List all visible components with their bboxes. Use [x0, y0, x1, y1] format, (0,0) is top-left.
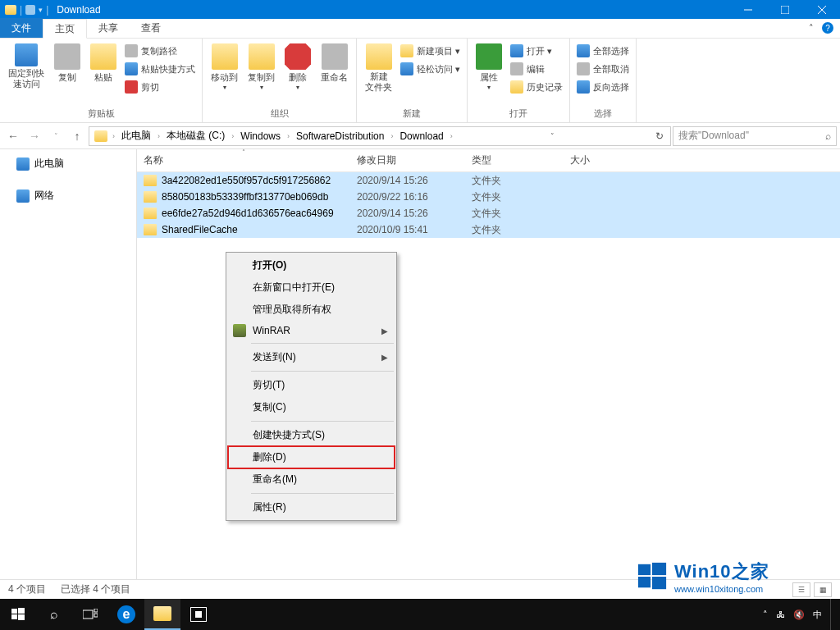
- ctx-separator: [251, 493, 394, 494]
- selectall-button[interactable]: 全部选择: [573, 42, 632, 60]
- table-row[interactable]: 3a422082ed1e550f957dc5f9172568622020/9/1…: [137, 172, 840, 189]
- col-type[interactable]: 类型: [465, 149, 564, 171]
- ctx-winrar[interactable]: WinRAR▶: [228, 321, 395, 340]
- show-desktop-button[interactable]: [830, 599, 833, 630]
- winrar-icon: [233, 324, 246, 337]
- nav-up-button[interactable]: ↑: [67, 126, 87, 146]
- address-bar[interactable]: › 此电脑› 本地磁盘 (C:)› Windows› SoftwareDistr…: [89, 126, 671, 146]
- ctx-sendto[interactable]: 发送到(N)▶: [228, 346, 395, 368]
- ctx-newwindow[interactable]: 在新窗口中打开(E): [228, 276, 395, 299]
- tab-view[interactable]: 查看: [130, 18, 172, 38]
- easyaccess-button[interactable]: 轻松访问 ▾: [397, 60, 463, 78]
- newfolder-button[interactable]: 新建 文件夹: [360, 40, 397, 106]
- help-icon[interactable]: ?: [822, 22, 833, 34]
- properties-button[interactable]: 属性▾: [471, 40, 507, 106]
- folder-icon: [144, 208, 157, 219]
- breadcrumb[interactable]: Windows: [235, 127, 285, 145]
- search-taskbar-button[interactable]: ⌕: [36, 599, 72, 630]
- system-tray[interactable]: ˄ 🖧 🔇 中: [756, 599, 840, 630]
- copy-button[interactable]: 复制: [49, 40, 85, 106]
- folder-icon: [144, 191, 157, 203]
- col-date[interactable]: 修改日期: [350, 149, 465, 171]
- search-input[interactable]: 搜索"Download" ⌕: [673, 126, 837, 146]
- tab-home[interactable]: 主页: [43, 19, 87, 39]
- cut-button[interactable]: 剪切: [121, 78, 199, 96]
- nav-forward-button[interactable]: →: [25, 126, 44, 146]
- newitem-button[interactable]: 新建项目 ▾: [397, 42, 463, 60]
- ribbon-collapse-icon[interactable]: ˄: [809, 23, 814, 34]
- tray-network-icon[interactable]: 🖧: [776, 609, 785, 619]
- paste-shortcut-button[interactable]: 粘贴快捷方式: [121, 60, 199, 78]
- sidebar-item-thispc[interactable]: 此电脑: [0, 154, 136, 173]
- explorer-icon: [153, 606, 171, 621]
- history-button[interactable]: 历史记录: [507, 78, 566, 96]
- edit-button[interactable]: 编辑: [507, 60, 566, 78]
- rename-button[interactable]: 重命名: [316, 40, 353, 106]
- ctx-properties[interactable]: 属性(R): [228, 496, 395, 518]
- ctx-rename[interactable]: 重命名(M): [228, 468, 395, 491]
- maximize-button[interactable]: [766, 0, 803, 19]
- folder-icon: [144, 175, 157, 186]
- ctx-cut[interactable]: 剪切(T): [228, 374, 395, 396]
- taskbar: ⌕ e ˄ 🖧 🔇 中: [0, 599, 840, 630]
- col-size[interactable]: 大小: [564, 149, 629, 171]
- svg-rect-1: [781, 6, 789, 14]
- ctx-open[interactable]: 打开(O): [228, 254, 395, 276]
- refresh-icon[interactable]: ↻: [651, 130, 669, 142]
- tray-volume-icon[interactable]: 🔇: [793, 609, 805, 620]
- taskview-button[interactable]: [72, 599, 108, 630]
- open-button[interactable]: 打开 ▾: [507, 42, 566, 60]
- pin-button[interactable]: 固定到快 速访问: [3, 40, 49, 106]
- address-dropdown-icon[interactable]: ˅: [546, 132, 559, 140]
- ctx-copy[interactable]: 复制(C): [228, 396, 395, 418]
- qat-sep2: |: [46, 4, 48, 16]
- breadcrumb[interactable]: Download: [395, 127, 448, 145]
- table-row[interactable]: 858050183b53339ffbf313770eb069db2020/9/2…: [137, 189, 840, 205]
- nav-recent-button[interactable]: ˅: [46, 126, 66, 146]
- nav-back-button[interactable]: ←: [3, 126, 23, 146]
- breadcrumb[interactable]: 此电脑: [116, 127, 156, 145]
- store-button[interactable]: [180, 599, 217, 630]
- ctx-admin[interactable]: 管理员取得所有权: [228, 299, 395, 321]
- breadcrumb-sep[interactable]: ›: [111, 132, 116, 140]
- explorer-button[interactable]: [144, 599, 180, 630]
- close-button[interactable]: [803, 0, 840, 19]
- edge-button[interactable]: e: [108, 599, 144, 630]
- view-large-icon[interactable]: ▦: [814, 582, 832, 597]
- moveto-button[interactable]: 移动到▾: [206, 40, 243, 106]
- col-name[interactable]: 名称˄: [137, 149, 350, 171]
- tray-ime-icon[interactable]: 中: [813, 609, 822, 621]
- copyto-button[interactable]: 复制到▾: [243, 40, 280, 106]
- ctx-separator: [251, 343, 394, 344]
- tab-share[interactable]: 共享: [87, 18, 130, 38]
- status-count: 4 个项目: [8, 582, 46, 596]
- navbar: ← → ˅ ↑ › 此电脑› 本地磁盘 (C:)› Windows› Softw…: [0, 123, 840, 149]
- breadcrumb[interactable]: SoftwareDistribution: [291, 127, 389, 145]
- breadcrumb[interactable]: 本地磁盘 (C:): [162, 127, 230, 145]
- column-headers: 名称˄ 修改日期 类型 大小: [137, 149, 840, 172]
- table-row[interactable]: ee6fde27a52d946d1d636576eac649692020/9/1…: [137, 205, 840, 221]
- paste-button[interactable]: 粘贴: [85, 40, 121, 106]
- selectnone-button[interactable]: 全部取消: [573, 60, 632, 78]
- view-details-icon[interactable]: ☰: [792, 582, 810, 597]
- ctx-separator: [251, 421, 394, 422]
- svg-rect-9: [18, 608, 25, 614]
- tray-up-icon[interactable]: ˄: [763, 609, 768, 620]
- invertsel-button[interactable]: 反向选择: [573, 78, 632, 96]
- ctx-delete[interactable]: 删除(D): [228, 446, 395, 468]
- qat-dropdown[interactable]: ▾: [39, 6, 43, 14]
- submenu-arrow-icon: ▶: [381, 353, 388, 362]
- sidebar-item-network[interactable]: 网络: [0, 186, 136, 205]
- qat-icon[interactable]: [25, 5, 35, 15]
- svg-rect-13: [94, 609, 98, 612]
- ctx-shortcut[interactable]: 创建快捷方式(S): [228, 424, 395, 446]
- copypath-button[interactable]: 复制路径: [121, 42, 199, 60]
- start-button[interactable]: [0, 599, 36, 630]
- minimize-button[interactable]: [729, 0, 766, 19]
- search-icon: ⌕: [825, 130, 831, 142]
- table-row[interactable]: SharedFileCache2020/10/9 15:41文件夹: [137, 221, 840, 238]
- context-menu: 打开(O) 在新窗口中打开(E) 管理员取得所有权 WinRAR▶ 发送到(N)…: [226, 252, 397, 521]
- delete-button[interactable]: 删除▾: [280, 40, 316, 106]
- tab-file[interactable]: 文件: [0, 18, 43, 38]
- address-icon: [94, 130, 107, 142]
